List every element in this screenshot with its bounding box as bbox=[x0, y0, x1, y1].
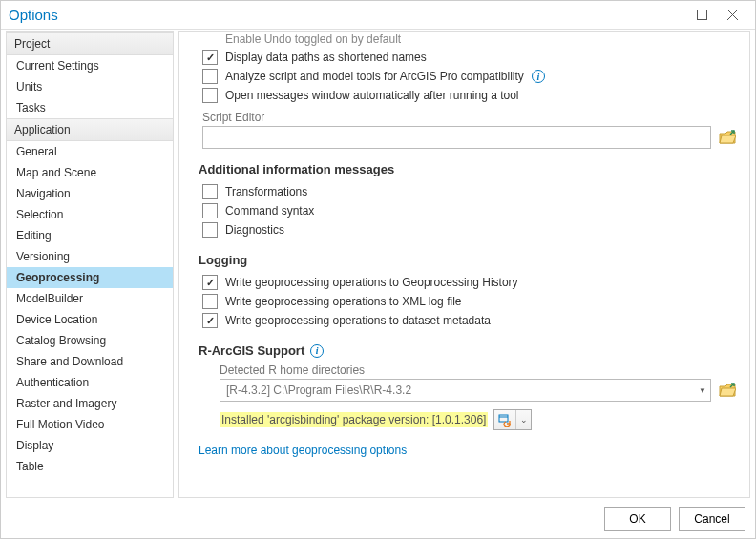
option-display-paths[interactable]: Display data paths as shortened names bbox=[202, 48, 738, 67]
svg-rect-3 bbox=[499, 415, 508, 422]
sidebar-group-project[interactable]: Project bbox=[7, 32, 173, 55]
svg-rect-0 bbox=[697, 10, 706, 20]
option-log-history[interactable]: Write geoprocessing operations to Geopro… bbox=[202, 273, 738, 292]
option-analyze-tools[interactable]: Analyze script and model tools for ArcGI… bbox=[202, 67, 738, 86]
cancel-button[interactable]: Cancel bbox=[679, 507, 746, 531]
sidebar-item-display[interactable]: Display bbox=[7, 435, 173, 456]
window-title: Options bbox=[9, 7, 686, 23]
checkbox-icon[interactable] bbox=[202, 275, 218, 290]
chevron-down-icon[interactable]: ⌄ bbox=[515, 410, 531, 429]
browse-folder-icon[interactable] bbox=[717, 128, 738, 147]
info-icon[interactable]: i bbox=[532, 70, 545, 83]
option-log-xml[interactable]: Write geoprocessing operations to XML lo… bbox=[202, 292, 738, 311]
option-command-syntax[interactable]: Command syntax bbox=[202, 201, 738, 220]
chevron-down-icon[interactable]: ▼ bbox=[695, 386, 710, 395]
sidebar-item-geoprocessing[interactable]: Geoprocessing bbox=[7, 267, 173, 288]
option-enable-undo-cutoff: Enable Undo toggled on by default bbox=[225, 32, 738, 46]
sidebar-item-navigation[interactable]: Navigation bbox=[7, 183, 173, 204]
sidebar-item-authentication[interactable]: Authentication bbox=[7, 372, 173, 393]
info-icon[interactable]: i bbox=[310, 344, 324, 358]
installed-package-status: Installed 'arcgisbinding' package versio… bbox=[220, 412, 488, 427]
dialog-footer: OK Cancel bbox=[1, 500, 755, 538]
checkbox-icon[interactable] bbox=[202, 50, 218, 65]
sidebar-item-selection[interactable]: Selection bbox=[7, 204, 173, 225]
script-editor-label: Script Editor bbox=[202, 111, 738, 124]
option-label: Write geoprocessing operations to Geopro… bbox=[225, 276, 518, 289]
learn-more-link[interactable]: Learn more about geoprocessing options bbox=[199, 444, 407, 457]
sidebar-item-editing[interactable]: Editing bbox=[7, 225, 173, 246]
option-label: Open messages window automatically after… bbox=[225, 89, 519, 102]
checkbox-icon[interactable] bbox=[202, 294, 218, 309]
option-label: Transformations bbox=[225, 185, 307, 198]
section-logging: Logging bbox=[199, 253, 738, 267]
sidebar-item-general[interactable]: General bbox=[7, 141, 173, 162]
checkbox-icon[interactable] bbox=[202, 184, 218, 199]
sidebar-item-catalog-browsing[interactable]: Catalog Browsing bbox=[7, 330, 173, 351]
section-heading-text: R-ArcGIS Support bbox=[199, 343, 304, 358]
section-r-arcgis: R-ArcGIS Support i bbox=[199, 343, 738, 358]
checkbox-icon[interactable] bbox=[202, 203, 218, 218]
detected-r-dropdown[interactable]: [R-4.3.2] C:\Program Files\R\R-4.3.2 ▼ bbox=[220, 379, 711, 402]
option-open-messages[interactable]: Open messages window automatically after… bbox=[202, 86, 738, 105]
option-diagnostics[interactable]: Diagnostics bbox=[202, 220, 738, 239]
sidebar-item-units[interactable]: Units bbox=[7, 76, 173, 97]
sidebar-item-versioning[interactable]: Versioning bbox=[7, 246, 173, 267]
browse-folder-icon[interactable] bbox=[717, 381, 738, 400]
checkbox-icon[interactable] bbox=[202, 69, 218, 84]
sidebar-item-modelbuilder[interactable]: ModelBuilder bbox=[7, 288, 173, 309]
sidebar[interactable]: Project Current Settings Units Tasks App… bbox=[6, 31, 174, 498]
script-editor-input[interactable] bbox=[202, 126, 711, 149]
content-panel: Enable Undo toggled on by default Displa… bbox=[178, 31, 750, 498]
section-additional-messages: Additional information messages bbox=[199, 162, 738, 176]
ok-button[interactable]: OK bbox=[604, 507, 671, 531]
detected-r-label: Detected R home directories bbox=[220, 363, 738, 377]
maximize-button[interactable] bbox=[686, 4, 717, 27]
sidebar-item-device-location[interactable]: Device Location bbox=[7, 309, 173, 330]
refresh-icon bbox=[494, 412, 515, 427]
option-label: Display data paths as shortened names bbox=[225, 51, 427, 64]
checkbox-icon[interactable] bbox=[202, 88, 218, 103]
package-action-button[interactable]: ⌄ bbox=[494, 409, 532, 430]
titlebar: Options bbox=[1, 1, 755, 30]
sidebar-item-map-and-scene[interactable]: Map and Scene bbox=[7, 162, 173, 183]
sidebar-item-share-download[interactable]: Share and Download bbox=[7, 351, 173, 372]
option-label: Analyze script and model tools for ArcGI… bbox=[225, 70, 524, 83]
close-button[interactable] bbox=[717, 4, 747, 27]
dropdown-value: [R-4.3.2] C:\Program Files\R\R-4.3.2 bbox=[220, 384, 695, 397]
option-log-metadata[interactable]: Write geoprocessing operations to datase… bbox=[202, 311, 738, 330]
checkbox-icon[interactable] bbox=[202, 313, 218, 328]
sidebar-item-current-settings[interactable]: Current Settings bbox=[7, 55, 173, 76]
sidebar-item-tasks[interactable]: Tasks bbox=[7, 97, 173, 118]
option-label: Command syntax bbox=[225, 204, 314, 218]
checkbox-icon[interactable] bbox=[202, 222, 218, 238]
sidebar-item-table[interactable]: Table bbox=[7, 456, 173, 477]
sidebar-item-raster-imagery[interactable]: Raster and Imagery bbox=[7, 393, 173, 414]
option-transformations[interactable]: Transformations bbox=[202, 182, 738, 201]
option-label: Diagnostics bbox=[225, 223, 284, 237]
sidebar-group-application[interactable]: Application bbox=[7, 118, 173, 141]
option-label: Write geoprocessing operations to datase… bbox=[225, 314, 491, 327]
option-label: Write geoprocessing operations to XML lo… bbox=[225, 295, 461, 308]
sidebar-item-full-motion-video[interactable]: Full Motion Video bbox=[7, 414, 173, 435]
